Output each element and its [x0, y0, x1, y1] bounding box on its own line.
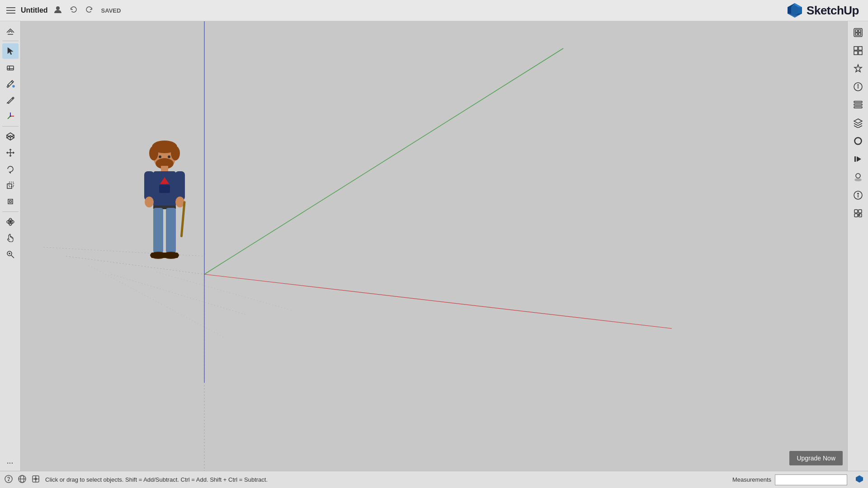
- svg-rect-38: [859, 30, 861, 32]
- svg-point-53: [856, 174, 860, 178]
- svg-rect-28: [9, 201, 11, 202]
- svg-rect-27: [8, 199, 13, 204]
- svg-point-72: [149, 146, 158, 160]
- orbit-tool[interactable]: [2, 214, 19, 230]
- svg-point-54: [855, 179, 861, 181]
- svg-point-75: [159, 155, 161, 158]
- svg-rect-40: [859, 33, 861, 35]
- eraser-tool[interactable]: [2, 60, 19, 75]
- toolbar-separator-2: [2, 126, 19, 127]
- toolbar-separator-3: [2, 211, 19, 212]
- svg-point-17: [9, 116, 11, 117]
- svg-line-62: [204, 48, 563, 274]
- svg-rect-42: [859, 47, 862, 50]
- svg-line-63: [204, 274, 672, 328]
- user-button[interactable]: [52, 3, 64, 18]
- svg-rect-48: [854, 104, 862, 105]
- outliner-button[interactable]: [850, 97, 866, 113]
- svg-marker-51: [857, 156, 861, 162]
- pencil-tool[interactable]: [2, 92, 19, 108]
- svg-rect-25: [7, 184, 12, 188]
- globe-button[interactable]: [18, 475, 26, 485]
- saved-status: SAVED: [99, 6, 124, 15]
- extensions-button[interactable]: [850, 206, 866, 221]
- info-button[interactable]: [850, 188, 866, 203]
- offset-tool[interactable]: [2, 194, 19, 209]
- svg-marker-18: [7, 133, 14, 137]
- move-tool[interactable]: [2, 145, 19, 160]
- svg-rect-26: [9, 182, 14, 187]
- svg-rect-39: [855, 33, 858, 35]
- svg-point-50: [854, 137, 862, 145]
- toolbar-separator-1: [2, 41, 19, 41]
- measurements-input[interactable]: [775, 474, 847, 485]
- svg-rect-1: [6, 10, 15, 11]
- svg-rect-87: [153, 208, 163, 253]
- left-toolbar: ...: [0, 21, 21, 471]
- sketchup-logo: SketchUp: [787, 2, 859, 19]
- svg-rect-88: [166, 208, 176, 253]
- svg-rect-47: [854, 101, 862, 103]
- svg-rect-81: [144, 171, 154, 201]
- pan-tool[interactable]: [2, 230, 19, 246]
- svg-marker-102: [856, 475, 863, 483]
- default-tray-button[interactable]: [850, 25, 866, 40]
- entity-info-button[interactable]: [850, 79, 866, 94]
- location-button[interactable]: [32, 475, 40, 485]
- person-figure: [133, 139, 196, 279]
- svg-rect-49: [854, 107, 862, 108]
- materials-button[interactable]: [850, 133, 866, 149]
- sketchup-logo-small: [855, 475, 863, 485]
- document-title: Untitled: [21, 6, 48, 14]
- svg-rect-58: [859, 210, 862, 213]
- svg-rect-41: [854, 47, 858, 50]
- more-label: ...: [7, 458, 14, 465]
- components-panel-button[interactable]: [850, 43, 866, 58]
- upgrade-button[interactable]: Upgrade Now: [789, 451, 843, 465]
- header: Untitled SAVED SketchUp: [0, 0, 868, 21]
- zoom-tool[interactable]: [2, 247, 19, 262]
- styles-panel-button[interactable]: [850, 61, 866, 76]
- redo-button[interactable]: [83, 4, 95, 17]
- select-tool[interactable]: [2, 43, 19, 59]
- layers-button[interactable]: [850, 115, 866, 131]
- axes-tool[interactable]: [2, 108, 19, 124]
- paint-bucket-tool[interactable]: [2, 76, 19, 91]
- svg-point-56: [858, 193, 859, 194]
- svg-point-83: [145, 197, 154, 207]
- undo-button[interactable]: [68, 4, 80, 17]
- svg-line-67: [111, 274, 247, 315]
- rotate-tool[interactable]: [2, 161, 19, 177]
- svg-point-13: [13, 85, 14, 87]
- viewport-canvas[interactable]: [21, 21, 847, 471]
- more-tools-button[interactable]: ...: [2, 454, 19, 469]
- svg-marker-11: [798, 7, 802, 14]
- scenes-button[interactable]: [850, 151, 866, 167]
- help-button[interactable]: [5, 475, 13, 485]
- svg-rect-92: [164, 253, 178, 258]
- push-pull-tool[interactable]: [2, 129, 19, 144]
- svg-rect-57: [854, 210, 858, 213]
- measurements-label: Measurements: [732, 476, 771, 483]
- status-bar: Click or drag to select objects. Shift =…: [0, 471, 868, 488]
- svg-marker-8: [788, 7, 791, 14]
- svg-rect-43: [854, 51, 858, 55]
- svg-point-46: [858, 84, 859, 85]
- svg-rect-37: [855, 30, 858, 32]
- flight-tool[interactable]: [2, 23, 19, 38]
- svg-rect-82: [175, 171, 185, 201]
- svg-rect-12: [7, 66, 14, 70]
- menu-button[interactable]: [5, 4, 17, 17]
- svg-rect-2: [6, 13, 15, 14]
- shadows-button[interactable]: [850, 169, 866, 185]
- status-text: Click or drag to select objects. Shift =…: [45, 476, 727, 483]
- measurements-section: Measurements: [732, 474, 847, 485]
- svg-rect-80: [159, 185, 170, 193]
- svg-rect-91: [151, 253, 165, 258]
- svg-marker-6: [791, 5, 798, 16]
- right-toolbar: [847, 21, 868, 471]
- scale-tool[interactable]: [2, 178, 19, 193]
- svg-rect-52: [854, 156, 856, 162]
- svg-rect-59: [854, 214, 858, 217]
- svg-point-31: [9, 221, 11, 223]
